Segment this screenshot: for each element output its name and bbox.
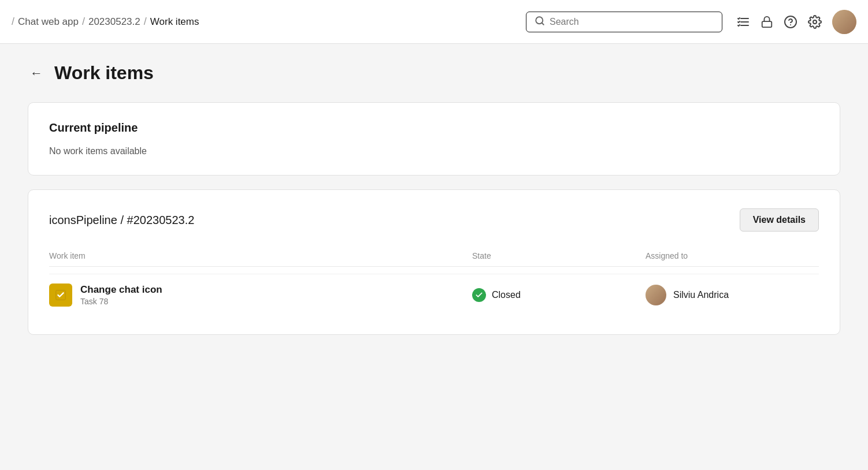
- tasks-icon[interactable]: [736, 15, 750, 29]
- page-title: Work items: [54, 62, 154, 84]
- work-item-sub: Task 78: [80, 297, 162, 306]
- avatar-image: [832, 10, 856, 34]
- help-icon[interactable]: [784, 15, 797, 29]
- pipeline-title: iconsPipeline / #20230523.2: [49, 214, 194, 227]
- pipeline-header: iconsPipeline / #20230523.2 View details: [49, 208, 819, 232]
- current-pipeline-card: Current pipeline No work items available: [28, 102, 840, 176]
- settings-icon[interactable]: [808, 15, 822, 29]
- search-box[interactable]: [526, 12, 722, 32]
- search-icon: [535, 16, 545, 28]
- lock-icon[interactable]: [761, 16, 773, 28]
- svg-line-1: [541, 23, 543, 24]
- assignee-name: Silviu Andrica: [673, 290, 729, 300]
- state-cell: Closed: [472, 288, 646, 302]
- svg-point-8: [813, 20, 817, 24]
- table-row[interactable]: Change chat icon Task 78 Closed Silviu A…: [49, 274, 819, 316]
- back-button[interactable]: ←: [28, 64, 45, 83]
- work-item-text: Change chat icon Task 78: [80, 284, 162, 306]
- icons-pipeline-card: iconsPipeline / #20230523.2 View details…: [28, 189, 840, 335]
- search-input[interactable]: [550, 17, 714, 27]
- breadcrumb-work-items[interactable]: Work items: [150, 16, 199, 28]
- breadcrumb-sep-1: /: [82, 16, 85, 28]
- current-pipeline-title: Current pipeline: [49, 121, 819, 135]
- svg-rect-5: [762, 21, 772, 27]
- state-label: Closed: [492, 290, 521, 300]
- breadcrumb-sep-0: /: [12, 16, 14, 28]
- user-avatar[interactable]: [832, 10, 856, 34]
- no-work-items-message: No work items available: [49, 146, 819, 156]
- page-header: ← Work items: [28, 62, 840, 84]
- col-state: State: [472, 251, 646, 260]
- table-header: Work item State Assigned to: [49, 245, 819, 267]
- work-item-name: Change chat icon: [80, 284, 162, 296]
- breadcrumb-version[interactable]: 20230523.2: [88, 16, 140, 28]
- header-icons: [736, 10, 856, 34]
- page-content: ← Work items Current pipeline No work it…: [0, 44, 868, 367]
- breadcrumb-chat-web-app[interactable]: Chat web app: [18, 16, 79, 28]
- view-details-button[interactable]: View details: [740, 208, 819, 232]
- work-item-info: Change chat icon Task 78: [49, 284, 472, 307]
- assignee-avatar: [646, 285, 666, 305]
- breadcrumb-sep-2: /: [144, 16, 147, 28]
- app-header: / Chat web app / 20230523.2 / Work items: [0, 0, 868, 44]
- col-work-item: Work item: [49, 251, 472, 260]
- task-icon: [49, 284, 72, 307]
- assigned-cell: Silviu Andrica: [646, 285, 819, 305]
- col-assigned-to: Assigned to: [646, 251, 819, 260]
- breadcrumb: / Chat web app / 20230523.2 / Work items: [12, 16, 521, 28]
- closed-icon: [472, 288, 486, 302]
